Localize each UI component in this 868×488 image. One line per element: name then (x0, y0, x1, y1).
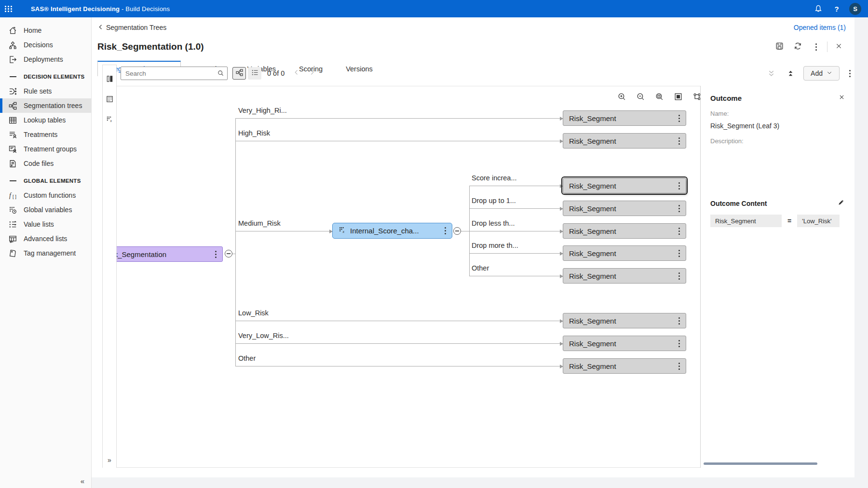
help-icon[interactable]: ? (831, 3, 842, 14)
expand-all-icon[interactable] (765, 67, 777, 80)
strip-expand-icon[interactable]: » (103, 456, 116, 464)
leaf-node[interactable]: Risk_Segment (563, 223, 686, 239)
branch-line (461, 231, 469, 231)
collapse-node-icon[interactable] (225, 250, 232, 258)
save-button[interactable] (772, 40, 787, 54)
close-icon (835, 42, 842, 52)
leaf-node[interactable]: Risk_Segment (563, 245, 686, 261)
add-button[interactable]: Add (803, 66, 840, 81)
sidebar-item-home[interactable]: Home (0, 23, 91, 38)
leaf-node[interactable]: Risk_Segment (563, 336, 686, 351)
sidebar-item-segmentation-trees[interactable]: Segmentation trees (0, 98, 91, 113)
grid-panel-icon[interactable] (103, 92, 116, 106)
node-menu-icon[interactable] (677, 182, 682, 190)
branch-label: Other (472, 264, 489, 272)
layout-options-icon[interactable] (692, 91, 700, 102)
sidebar-item-rule-sets[interactable]: Rule sets (0, 84, 91, 98)
sidebar-item-code-files[interactable]: Code files (0, 156, 91, 171)
overview-icon[interactable] (673, 91, 683, 102)
outcome-panel-title: Outcome (710, 94, 742, 102)
node-menu-icon[interactable] (443, 227, 448, 234)
collapse-all-icon[interactable] (784, 67, 797, 80)
branch-line (469, 231, 563, 231)
user-avatar[interactable]: S (849, 3, 861, 15)
search-input[interactable] (121, 67, 228, 80)
sidebar-item-decisions[interactable]: Decisions (0, 38, 91, 52)
internal-node[interactable]: x Internal_Score_cha... (332, 223, 452, 239)
branch-label: Very_Low_Ris... (238, 332, 289, 339)
sidebar-item-tag-management[interactable]: Tag management (0, 246, 91, 260)
refresh-button[interactable] (790, 40, 805, 54)
sidebar-item-label: Tag management (24, 249, 76, 257)
leaf-node[interactable]: Risk_Segment (563, 201, 686, 216)
node-menu-icon[interactable] (677, 137, 682, 145)
outcome-content-title: Outcome Content (710, 200, 767, 207)
save-icon (775, 41, 784, 53)
tree-view-toggle[interactable] (232, 67, 246, 80)
sidebar-item-treatment-groups[interactable]: Treatment groups (0, 142, 91, 156)
variables-panel-icon[interactable]: x (103, 112, 116, 126)
leaf-node[interactable]: Risk_Segment (563, 110, 686, 126)
outcome-name-label: Name: (710, 110, 845, 117)
app-window: SAS® Intelligent Decisioning - Build Dec… (0, 0, 868, 488)
zoom-out-icon[interactable] (635, 91, 646, 102)
outcome-panel: Outcome Name: Risk_Segment (Leaf 3) Desc… (700, 86, 854, 468)
section-dash-icon (8, 176, 17, 186)
node-menu-icon[interactable] (677, 205, 682, 212)
close-button[interactable] (831, 40, 846, 54)
node-menu-icon[interactable] (213, 251, 218, 258)
node-menu-icon[interactable] (677, 272, 682, 280)
horizontal-scrollbar[interactable] (704, 462, 817, 465)
toolbar-more-options[interactable] (846, 70, 854, 77)
outcome-value-field[interactable]: 'Low_Risk' (797, 215, 840, 227)
opened-items-link[interactable]: Opened items (1) (794, 24, 846, 31)
branch-line (235, 141, 563, 141)
app-context: - Build Decisions (120, 5, 170, 13)
columns-panel-icon[interactable] (103, 72, 116, 85)
sidebar-item-label: Value lists (24, 220, 54, 228)
variable-icon: x (339, 226, 346, 235)
leaf-node[interactable]: Risk_Segment (563, 313, 686, 328)
zoom-fit-icon[interactable] (654, 91, 665, 102)
sidebar-item-label: Deployments (24, 55, 63, 63)
leaf-node[interactable]: Risk_Segment (563, 358, 686, 374)
tree-canvas[interactable]: Risk_Segmentation Very_High_Ri... Risk_S… (117, 86, 700, 468)
notifications-bell-icon[interactable] (813, 3, 824, 14)
add-button-label: Add (811, 69, 823, 77)
tag-management-icon (8, 249, 17, 258)
search-icon[interactable] (217, 69, 224, 79)
sidebar-section-label: GLOBAL ELEMENTS (24, 178, 81, 184)
node-menu-icon[interactable] (677, 340, 682, 347)
leaf-node[interactable]: Risk_Segment (563, 268, 686, 284)
breadcrumb[interactable]: Segmentation Trees (97, 24, 166, 32)
sidebar-item-global-variables[interactable]: Global variables (0, 203, 91, 217)
sidebar-item-value-lists[interactable]: Value lists (0, 217, 91, 231)
root-node[interactable]: Risk_Segmentation (117, 246, 223, 262)
leaf-node[interactable]: Risk_Segment (563, 133, 686, 149)
zoom-in-icon[interactable] (616, 91, 627, 102)
collapse-node-icon[interactable] (453, 227, 461, 235)
sidebar-collapse-icon[interactable]: « (81, 477, 84, 485)
outcome-close-icon[interactable] (839, 94, 845, 102)
list-view-toggle[interactable] (248, 67, 261, 80)
edit-pencil-icon[interactable] (838, 199, 845, 208)
node-menu-icon[interactable] (677, 250, 682, 257)
leaf-node-selected[interactable]: Risk_Segment (563, 178, 686, 193)
sidebar-item-deployments[interactable]: Deployments (0, 52, 91, 67)
node-menu-icon[interactable] (677, 115, 682, 122)
next-result-icon[interactable] (309, 69, 315, 78)
sidebar-item-advanced-lists[interactable]: Advanced lists (0, 231, 91, 246)
node-menu-icon[interactable] (677, 363, 682, 370)
app-launcher-icon[interactable] (0, 0, 17, 17)
more-options-button[interactable] (809, 40, 823, 54)
leaf-node-label: Risk_Segment (569, 362, 616, 370)
node-menu-icon[interactable] (677, 317, 682, 325)
leaf-node-label: Risk_Segment (569, 339, 616, 348)
sidebar-item-lookup-tables[interactable]: Lookup tables (0, 113, 91, 127)
previous-result-icon[interactable] (293, 69, 300, 78)
outcome-variable-field[interactable]: Risk_Segment (710, 215, 782, 227)
rule-sets-icon (8, 87, 17, 96)
node-menu-icon[interactable] (677, 228, 682, 235)
sidebar-item-custom-functions[interactable]: f[ ] Custom functions (0, 188, 91, 203)
sidebar-item-treatments[interactable]: Treatments (0, 127, 91, 142)
